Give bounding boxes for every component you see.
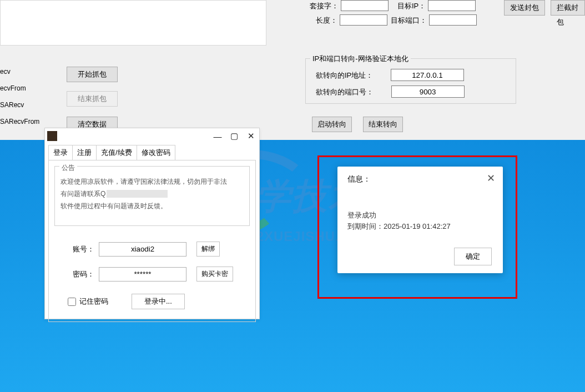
remember-label: 记住密码 — [79, 296, 108, 306]
redirect-port-input[interactable] — [391, 86, 465, 98]
message-line: 登录成功 — [347, 210, 493, 221]
redirect-port-label: 欲转向的端口号： — [316, 88, 374, 96]
send-packet-button[interactable]: 发送封包 — [504, 0, 545, 16]
message-box: 信息： ✕ 登录成功 到期时间：2025-01-19 01:42:27 确定 — [337, 167, 503, 273]
tab-recharge[interactable]: 充值/续费 — [96, 145, 137, 160]
start-redirect-button[interactable]: 启动转向 — [312, 117, 352, 132]
message-body: 登录成功 到期时间：2025-01-19 01:42:27 — [347, 210, 493, 232]
target-port-input[interactable] — [429, 14, 477, 26]
login-tab-body: 公告 欢迎使用凉辰软件，请遵守国家法律法规，切勿用于非法 有问题请联系Q 软件使… — [48, 160, 256, 322]
remember-checkbox[interactable] — [68, 298, 76, 306]
app-icon — [47, 131, 57, 141]
redacted-block — [107, 190, 168, 198]
password-row: 密码： 购买卡密 — [54, 267, 250, 282]
message-line: 到期时间：2025-01-19 01:42:27 — [347, 221, 493, 232]
notice-line: 欢迎使用凉辰软件，请遵守国家法律法规，切勿用于非法 — [60, 175, 244, 188]
close-icon[interactable]: ✕ — [243, 131, 259, 141]
length-input[interactable] — [340, 14, 387, 26]
login-button[interactable]: 登录中... — [132, 294, 185, 309]
account-input[interactable] — [99, 242, 186, 257]
target-port-row: 目标端口： — [391, 14, 477, 26]
target-ip-row: 目标IP： — [397, 0, 476, 11]
redirect-group-title: IP和端口转向-网络验证本地化 — [310, 54, 411, 64]
redirect-ip-input[interactable] — [391, 69, 464, 81]
password-input[interactable] — [99, 267, 186, 282]
socket-input[interactable] — [341, 0, 389, 11]
tab-login[interactable]: 登录 — [48, 145, 73, 160]
target-ip-label: 目标IP： — [397, 1, 426, 11]
login-titlebar: — ▢ ✕ — [45, 128, 259, 144]
api-list-item[interactable]: ecvFrom — [0, 80, 40, 97]
close-icon[interactable]: ✕ — [487, 174, 495, 182]
length-field-row: 长度： — [316, 14, 387, 26]
api-list-item[interactable]: ecv — [0, 63, 40, 80]
redirect-groupbox: IP和端口转向-网络验证本地化 欲转向的IP地址： 欲转向的端口号： — [305, 58, 516, 104]
tab-register[interactable]: 注册 — [72, 145, 97, 160]
maximize-icon[interactable]: ▢ — [226, 131, 243, 141]
redirect-port-row: 欲转向的端口号： — [316, 86, 465, 98]
minimize-icon[interactable]: — — [209, 132, 226, 141]
api-list-item[interactable]: SARecv — [0, 97, 40, 113]
api-list-item[interactable]: SARecvFrom — [0, 113, 40, 130]
length-label: 长度： — [316, 16, 337, 26]
notice-line: 软件使用过程中有问题请及时反馈。 — [60, 200, 244, 212]
account-row: 账号： 解绑 — [54, 242, 250, 257]
expiry-value: 2025-01-19 01:42:27 — [384, 222, 451, 230]
account-label: 账号： — [68, 244, 99, 254]
login-dialog: — ▢ ✕ 登录 注册 充值/续费 修改密码 公告 欢迎使用凉辰软件，请遵守国家… — [44, 128, 260, 319]
redirect-ip-label: 欲转向的IP地址： — [316, 71, 373, 79]
redirect-ip-row: 欲转向的IP地址： — [316, 69, 464, 81]
password-label: 密码： — [68, 269, 99, 279]
start-capture-button[interactable]: 开始抓包 — [67, 67, 118, 82]
target-ip-input[interactable] — [428, 0, 476, 11]
api-list: ecv ecvFrom SARecv SARecvFrom — [0, 63, 40, 130]
socket-label: 套接字： — [310, 1, 339, 11]
target-port-label: 目标端口： — [391, 16, 427, 26]
end-capture-button[interactable]: 结束抓包 — [67, 91, 118, 107]
unbind-button[interactable]: 解绑 — [196, 242, 220, 257]
login-tabs: 登录 注册 充值/续费 修改密码 — [48, 145, 256, 160]
ok-button[interactable]: 确定 — [454, 248, 492, 265]
notice-line: 有问题请联系Q — [60, 188, 105, 200]
packet-grid — [0, 0, 266, 46]
intercept-packet-button[interactable]: 拦截封包 — [551, 0, 585, 16]
message-title: 信息： — [347, 174, 493, 184]
socket-field-row: 套接字： — [310, 0, 389, 11]
notice-groupbox: 公告 欢迎使用凉辰软件，请遵守国家法律法规，切勿用于非法 有问题请联系Q 软件使… — [54, 166, 250, 226]
buy-key-button[interactable]: 购买卡密 — [196, 267, 233, 282]
remember-row: 记住密码 登录中... — [54, 294, 250, 309]
tab-changepw[interactable]: 修改密码 — [137, 145, 175, 160]
end-redirect-button[interactable]: 结束转向 — [363, 117, 403, 132]
notice-title: 公告 — [59, 162, 77, 174]
expiry-label: 到期时间： — [347, 222, 384, 230]
